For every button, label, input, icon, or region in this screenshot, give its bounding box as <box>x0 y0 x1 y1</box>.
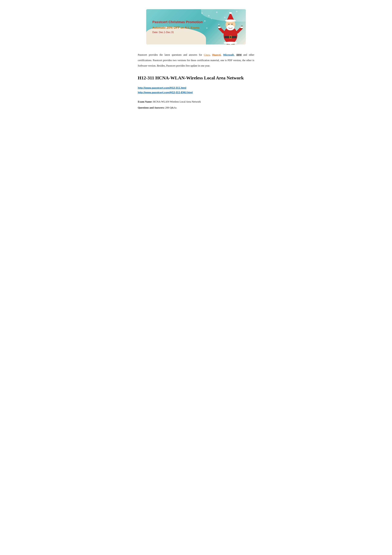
qa-value: 299 Q&As <box>165 106 177 109</box>
svg-point-13 <box>227 26 230 28</box>
exam-link-1[interactable]: http://www.passtcert.com/H12-311.html <box>138 87 254 89</box>
intro-comma3: , <box>234 53 236 56</box>
svg-point-12 <box>227 25 235 30</box>
intro-paragraph: Passtcert provides the latest questions … <box>138 52 254 68</box>
svg-point-23 <box>224 42 237 44</box>
exam-name-label: Exam Name: <box>138 100 152 103</box>
subtitle-pre: Automatic <box>152 26 167 29</box>
intro-comma1: , <box>210 53 212 56</box>
exam-details: Exam Name: HCNA-WLAN-Wireless Local Area… <box>138 100 254 110</box>
exam-title: H12-311 HCNA-WLAN-Wireless Local Area Ne… <box>138 75 254 81</box>
svg-rect-3 <box>230 36 231 38</box>
exam-name-value: HCNA-WLAN-Wireless Local Area Network <box>152 100 201 103</box>
christmas-banner: ❄ ❄ ❄ ❄ ❄ ❄ ❄ ❄ * ❄ Passtcert Christmas … <box>146 9 246 44</box>
huawei-link[interactable]: Huawei <box>212 53 221 56</box>
qa-row: Questions and Answers: 299 Q&As <box>138 105 254 110</box>
intro-text-before-cisco: Passtcert provides the latest questions … <box>138 53 204 56</box>
exam-link-2[interactable]: http://www.passtcert.com/H12-311-ENU.htm… <box>138 91 254 94</box>
ibm-link[interactable]: IBM <box>236 53 242 56</box>
exam-links: http://www.passtcert.com/H12-311.html ht… <box>138 87 254 94</box>
subtitle-highlight: 20% OFF <box>167 26 180 29</box>
svg-point-10 <box>232 24 232 25</box>
qa-label: Questions and Answers: <box>138 106 165 109</box>
svg-point-8 <box>225 20 236 22</box>
svg-point-9 <box>228 24 229 25</box>
banner-container: ❄ ❄ ❄ ❄ ❄ ❄ ❄ ❄ * ❄ Passtcert Christmas … <box>136 9 256 44</box>
main-content: Passtcert provides the latest questions … <box>136 52 256 110</box>
microsoft-link[interactable]: Microsoft <box>223 53 234 56</box>
svg-point-7 <box>229 12 232 14</box>
cisco-link[interactable]: Cisco <box>204 53 210 56</box>
subtitle-post: on ALL Exams <box>180 26 200 29</box>
intro-comma2: , <box>221 53 223 56</box>
santa-figure <box>218 12 243 44</box>
svg-point-14 <box>230 26 234 28</box>
exam-name-row: Exam Name: HCNA-WLAN-Wireless Local Area… <box>138 100 254 104</box>
